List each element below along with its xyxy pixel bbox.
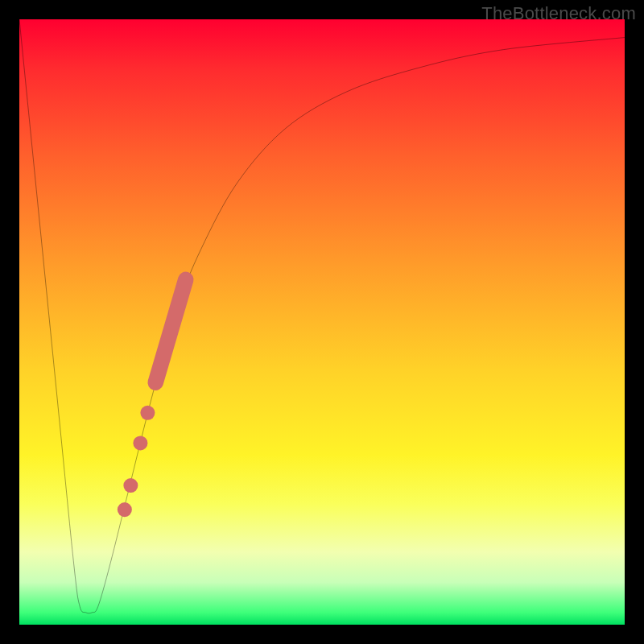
bottleneck-curve xyxy=(19,19,625,625)
marker-dot xyxy=(140,406,155,420)
marker-dot xyxy=(133,436,147,450)
watermark-text: TheBottleneck.com xyxy=(481,3,636,24)
marker-dot xyxy=(123,478,138,493)
plot-area xyxy=(19,19,625,625)
svg-line-0 xyxy=(155,279,186,382)
chart-frame: TheBottleneck.com xyxy=(0,0,644,644)
marker-dot xyxy=(118,502,132,517)
